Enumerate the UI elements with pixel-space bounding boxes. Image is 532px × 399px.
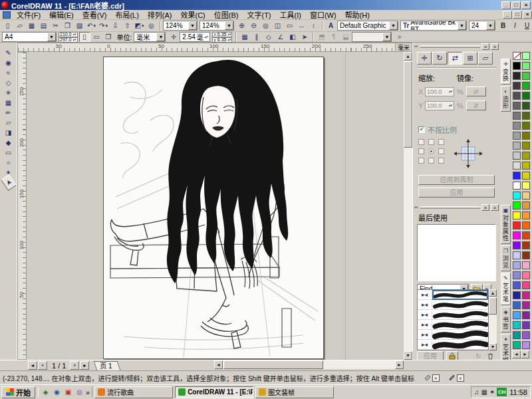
color-swatch[interactable] [513, 221, 521, 229]
size-button[interactable]: ⊞ [463, 52, 477, 65]
menu-item-8[interactable]: 工具(I) [276, 9, 305, 21]
color-swatch[interactable] [513, 112, 521, 120]
dynamic-guides-button[interactable]: ∠ [275, 32, 286, 42]
menu-item-3[interactable]: 布局(L) [111, 9, 142, 21]
font-size-combo[interactable]: 24▼ [469, 21, 495, 31]
color-swatch[interactable] [522, 132, 530, 140]
page[interactable] [103, 57, 324, 359]
open-button[interactable]: ▱ [14, 21, 25, 31]
color-swatch[interactable] [513, 271, 521, 279]
docker-tab-造形[interactable]: ◐造形 [501, 86, 511, 112]
polygon-tool[interactable]: ✳ [2, 88, 15, 98]
color-swatch[interactable] [522, 122, 530, 130]
portrait-button[interactable]: ▯ [79, 32, 90, 42]
color-swatch[interactable] [522, 251, 530, 259]
color-swatch[interactable] [522, 261, 530, 269]
color-swatch[interactable] [522, 72, 530, 80]
color-swatch[interactable] [513, 62, 521, 70]
zoom-in-button[interactable]: ⊕ [236, 21, 247, 31]
print-button[interactable]: ▤ [38, 21, 49, 31]
color-swatch[interactable] [513, 261, 521, 269]
drawing-canvas[interactable] [27, 52, 404, 360]
color-swatch[interactable] [513, 211, 521, 219]
quick-launch-icon-1[interactable]: ◉ [52, 387, 62, 397]
stroke-list-scrollbar[interactable]: ▲ ▼ [489, 289, 497, 350]
page-tab[interactable]: 页 1 [94, 361, 121, 370]
color-swatch[interactable] [513, 142, 521, 150]
color-swatch[interactable] [522, 192, 530, 200]
quick-launch-icon-0[interactable]: ◈ [41, 387, 51, 397]
docker-tab-书签[interactable]: ◈书签 [501, 307, 511, 332]
color-swatch[interactable] [513, 231, 521, 239]
nudge-field[interactable]: 2.54 毫 ▴▾ [180, 32, 210, 42]
color-swatch[interactable] [522, 231, 530, 239]
quick-launch-icon-2[interactable]: ▣ [63, 387, 73, 397]
stroke-item[interactable]: ▸◂ [418, 320, 488, 330]
position-button[interactable]: ✛ [417, 52, 432, 65]
add-page-before-icon[interactable]: + [38, 361, 47, 370]
color-swatch[interactable] [522, 321, 530, 329]
anchor-point[interactable] [428, 148, 434, 154]
color-swatch[interactable] [513, 52, 521, 60]
snap-guidelines-button[interactable]: ∥ [251, 32, 262, 42]
color-swatch[interactable] [513, 92, 521, 100]
color-swatch[interactable] [522, 172, 530, 180]
docker-tab-变换[interactable]: ✛变换 [501, 59, 511, 84]
pick-behind-button[interactable]: ➤ [299, 32, 310, 42]
close-button[interactable]: × [521, 1, 531, 9]
stroke-item[interactable]: ▸◂ [418, 330, 488, 340]
maximize-button[interactable]: □ [511, 1, 521, 9]
zoom-height-button[interactable]: ↕ [308, 21, 319, 31]
docker-tab-对象属性[interactable]: ▣对象属性 [501, 205, 511, 244]
task-button-2[interactable]: 图文装帧 [255, 386, 334, 398]
color-swatch[interactable] [513, 72, 521, 80]
close-icon[interactable]: × [491, 204, 499, 211]
add-page-after-icon[interactable]: + [70, 361, 79, 370]
color-swatch[interactable] [522, 301, 530, 309]
first-page-icon[interactable]: ◄ [28, 361, 37, 370]
chevron-down-icon[interactable]: ▾ [142, 23, 144, 29]
pencil-tool[interactable]: ✏ [2, 108, 15, 118]
anchor-point[interactable] [438, 139, 444, 145]
document-icon[interactable] [3, 11, 11, 19]
color-swatch[interactable] [522, 211, 530, 219]
units-combo[interactable]: 毫米▼ [134, 32, 166, 42]
color-swatch[interactable] [513, 281, 521, 289]
artistic-media-tool[interactable]: ◇ [2, 78, 15, 88]
zoom-page-button[interactable]: ▭ [284, 21, 295, 31]
rotate-button[interactable]: ↻ [432, 52, 447, 65]
anchor-point[interactable] [418, 158, 424, 164]
clock[interactable]: 11:58 [509, 388, 527, 396]
zoom-width-button[interactable]: ↔ [296, 21, 307, 31]
color-swatch[interactable] [522, 52, 530, 60]
docker-tab-艺术笔[interactable]: ✎艺术笔 [501, 273, 511, 305]
new-button[interactable]: ▯ [2, 21, 13, 31]
snap-grid-button[interactable]: ▦ [239, 32, 250, 42]
save-button[interactable]: ▦ [26, 21, 37, 31]
color-swatch[interactable] [522, 182, 530, 190]
color-swatch[interactable] [522, 201, 530, 209]
menu-item-5[interactable]: 效果(C) [177, 9, 209, 21]
import-button[interactable]: ⇩ [110, 21, 121, 31]
anchor-grid[interactable] [418, 139, 444, 168]
color-swatch[interactable] [513, 122, 521, 130]
color-swatch[interactable] [522, 162, 530, 170]
anchor-point[interactable] [428, 158, 434, 164]
last-page-icon[interactable]: ► [80, 361, 89, 370]
zoom-selected-button[interactable]: ◫ [272, 21, 283, 31]
color-swatch[interactable] [522, 221, 530, 229]
chevron-down-icon[interactable]: ▾ [105, 23, 108, 29]
nonproportional-checkbox[interactable]: ✔ [418, 126, 425, 133]
color-swatch[interactable] [513, 201, 521, 209]
docker-tab-浏览[interactable]: ❐浏览 [501, 245, 511, 271]
chevron-down-icon[interactable]: ▼ [458, 21, 466, 30]
redo-button[interactable]: ↷▾ [98, 21, 109, 31]
menu-item-10[interactable]: 帮助(H) [341, 9, 374, 21]
menu-item-7[interactable]: 文字(T) [243, 9, 275, 21]
shape-tool[interactable]: ✎ [2, 48, 15, 58]
color-swatch[interactable] [513, 251, 521, 259]
copy-button[interactable]: ❐ [62, 21, 73, 31]
color-swatch[interactable] [513, 311, 521, 319]
task-button-0[interactable]: 流行歌曲 [94, 386, 173, 398]
color-swatch[interactable] [522, 102, 530, 110]
